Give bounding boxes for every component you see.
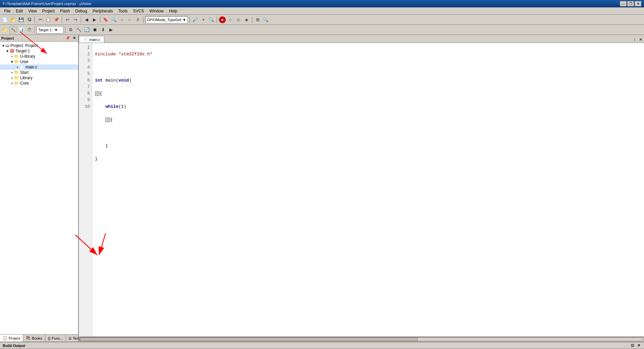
- tree-ulibrary[interactable]: + 📁 U-library: [0, 54, 78, 59]
- close-button[interactable]: ✕: [635, 1, 641, 6]
- tb-reg-btn[interactable]: 📊: [17, 26, 25, 34]
- maximize-button[interactable]: ❐: [627, 1, 634, 6]
- menu-project[interactable]: Project: [40, 8, 57, 14]
- build-output-undock[interactable]: ⊡: [630, 343, 635, 348]
- build-output-controls[interactable]: ⊡ ✕: [630, 343, 641, 348]
- tb-debug[interactable]: ▶: [107, 26, 115, 34]
- tree-root-expander[interactable]: ▼: [1, 44, 5, 48]
- menu-help[interactable]: Help: [166, 8, 180, 14]
- code-editor[interactable]: 1 2 3 4 5 6 7 8 9 10 #include "stm32f10x…: [79, 43, 644, 336]
- tb-find-icon[interactable]: 🔍: [208, 16, 215, 23]
- tb-new-btn[interactable]: 📄: [1, 16, 9, 23]
- collapse-btn-4[interactable]: -: [95, 91, 100, 96]
- tb-outdent[interactable]: ←: [126, 16, 133, 23]
- user-icon: 📁: [14, 59, 19, 64]
- title-text: F:\Template\AAA Frame\User\Project.uvpro…: [3, 2, 92, 6]
- scrollbar-h-thumb[interactable]: [80, 338, 418, 341]
- menu-debug[interactable]: Debug: [73, 8, 90, 14]
- tree-ulibrary-expander[interactable]: +: [10, 55, 14, 58]
- tree-core[interactable]: + 📁 Core: [0, 81, 78, 86]
- collapse-btn-6[interactable]: -: [105, 117, 110, 122]
- symbol-dropdown[interactable]: GPIOMode_TypeDef ▼: [145, 16, 188, 23]
- target-dropdown[interactable]: Target 1 ▼: [37, 26, 63, 34]
- scrollbar-h[interactable]: [79, 336, 644, 342]
- tree-user-expander[interactable]: ▼: [10, 60, 14, 64]
- tb-open-btn[interactable]: 📂: [9, 16, 17, 23]
- tb-options[interactable]: ⚙: [67, 26, 74, 34]
- project-pin-btn[interactable]: 📌: [64, 36, 71, 40]
- tb-breakpoint-btn[interactable]: ●: [219, 16, 226, 23]
- minimize-button[interactable]: —: [620, 1, 627, 6]
- code-line-6: -{: [95, 116, 641, 123]
- tb-windows[interactable]: ⊞: [254, 16, 261, 23]
- tb-zoom[interactable]: 🔍: [262, 16, 269, 23]
- tb-goto-decl[interactable]: ⌖: [200, 16, 207, 23]
- menu-flash[interactable]: Flash: [57, 8, 72, 14]
- project-close-btn[interactable]: ✕: [72, 36, 77, 40]
- tree-library[interactable]: + 📁 Library: [0, 75, 78, 81]
- editor-tab-mainc[interactable]: 📄 main.c: [79, 36, 104, 43]
- tree-target1-expander[interactable]: ▼: [5, 49, 9, 53]
- editor-close-btn[interactable]: ✕: [638, 37, 643, 42]
- project-panel: Project 📌 ✕ ▼ 🗂 Project: Project ▼ 🎯 Ta: [0, 35, 79, 342]
- tree-core-expander[interactable]: +: [10, 82, 14, 85]
- tb-project-win[interactable]: 📁: [1, 26, 9, 34]
- ptab-books[interactable]: 📚 Books: [23, 335, 45, 342]
- tb-bp-all-clear[interactable]: ◇: [235, 16, 242, 23]
- tb-goto-def[interactable]: 🔎: [192, 16, 199, 23]
- project-header-controls[interactable]: 📌 ✕: [64, 36, 77, 40]
- tb-sep-9: [35, 27, 35, 33]
- tb-bp-enable[interactable]: ◈: [243, 16, 250, 23]
- tb-save-btn[interactable]: 💾: [17, 16, 25, 23]
- tb-redo-btn[interactable]: ↪: [72, 16, 79, 23]
- tb-nav-fwd[interactable]: ▶: [91, 16, 98, 23]
- line-num-7: 7: [81, 84, 90, 90]
- menu-view[interactable]: View: [25, 8, 40, 14]
- tb-paste-btn[interactable]: 📌: [53, 16, 60, 23]
- tree-start-expander[interactable]: +: [10, 71, 14, 74]
- tb-build-btn[interactable]: 🔨: [9, 26, 17, 34]
- tb-sep-10: [65, 27, 65, 33]
- menu-window[interactable]: Window: [147, 8, 166, 14]
- tb-download[interactable]: ⬇: [99, 26, 107, 34]
- scrollbar-h-track[interactable]: [79, 337, 643, 341]
- editor-pin-btn[interactable]: ↕: [633, 37, 637, 42]
- menu-edit[interactable]: Edit: [13, 8, 25, 14]
- tb-bp-clear[interactable]: ○: [227, 16, 234, 23]
- tree-mainc[interactable]: + 📄 main.c: [0, 64, 78, 70]
- project-header: Project 📌 ✕: [0, 35, 78, 42]
- menu-svcs[interactable]: SVCS: [130, 8, 147, 14]
- tree-target1[interactable]: ▼ 🎯 Target 1: [0, 48, 78, 54]
- tb-undo-btn[interactable]: ↩: [64, 16, 71, 23]
- tb-findref[interactable]: 🔍: [110, 16, 117, 23]
- menu-peripherals[interactable]: Peripherals: [90, 8, 116, 14]
- code-content[interactable]: #include "stm32f10x.h" int main(void) -{…: [92, 43, 644, 336]
- tree-root-label: Project: Project: [10, 43, 38, 48]
- tb-bookmark[interactable]: 🔖: [102, 16, 109, 23]
- tb-nav-back[interactable]: ◀: [83, 16, 90, 23]
- tree-root[interactable]: ▼ 🗂 Project: Project: [0, 43, 78, 48]
- tb-indent[interactable]: →: [118, 16, 125, 23]
- menu-tools[interactable]: Tools: [116, 8, 130, 14]
- editor-controls[interactable]: ↕ ✕: [632, 37, 644, 43]
- start-icon: 📁: [14, 70, 19, 75]
- tb-save-all-btn[interactable]: 🖫: [25, 16, 33, 23]
- build-output-close[interactable]: ✕: [636, 343, 641, 348]
- tree-user[interactable]: ▼ 📁 User: [0, 59, 78, 64]
- tb-rebuild-all[interactable]: 🔄: [83, 26, 91, 34]
- tb-tmr-btn[interactable]: ⏱: [25, 26, 33, 34]
- tree-start[interactable]: + 📁 Start: [0, 70, 78, 75]
- tree-mainc-expander[interactable]: +: [15, 65, 19, 69]
- tb-stop-build[interactable]: ⏹: [91, 26, 99, 34]
- core-icon: 📁: [14, 81, 19, 86]
- tb-cut-btn[interactable]: ✂: [37, 16, 44, 23]
- ptab-funcs[interactable]: {} Func...: [45, 335, 66, 342]
- project-tabs: 📋 Project 📚 Books {} Func... Ω Tem...: [0, 334, 78, 342]
- tb-comment[interactable]: //: [134, 16, 142, 23]
- tb-build-target[interactable]: 🔨: [75, 26, 83, 34]
- title-controls[interactable]: — ❐ ✕: [620, 1, 641, 6]
- tree-library-expander[interactable]: +: [10, 76, 14, 80]
- menu-file[interactable]: File: [1, 8, 13, 14]
- tb-copy-btn[interactable]: 📋: [45, 16, 52, 23]
- ptab-project[interactable]: 📋 Project: [0, 335, 23, 342]
